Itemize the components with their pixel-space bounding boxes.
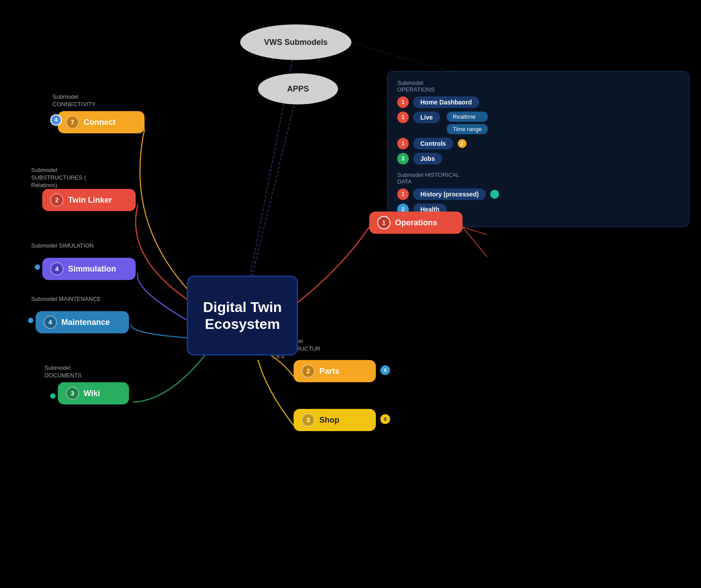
live-sub-items: Realtime Time range xyxy=(447,112,488,134)
jobs-item[interactable]: Jobs xyxy=(413,153,442,164)
controls-badge: 1 xyxy=(397,138,409,149)
controls-count: 2 xyxy=(458,139,467,148)
shop-count-badge: 8 xyxy=(380,414,390,424)
twin-linker-badge: 2 xyxy=(50,193,64,207)
home-dashboard-row: 1 Home Dashbaord xyxy=(397,96,679,108)
central-label: Digital TwinEcosystem xyxy=(203,299,282,333)
submodel-substructures-label: SubmodelSUBSTRUCTURES (Relations) xyxy=(31,167,86,189)
svg-line-6 xyxy=(463,227,487,235)
twin-linker-node[interactable]: 2 Twin Linker xyxy=(42,189,136,211)
connect-badge: 7 xyxy=(66,116,79,129)
wiki-dot xyxy=(50,393,56,399)
maintenance-node[interactable]: 4 Maintenance xyxy=(36,311,129,333)
controls-row: 1 Controls 2 xyxy=(397,138,679,149)
vws-submodels-ellipse: VWS Submodels xyxy=(240,24,351,60)
shop-label: Shop xyxy=(319,416,339,425)
connect-node[interactable]: 7 Connect xyxy=(58,111,145,133)
controls-item[interactable]: Controls xyxy=(413,138,453,149)
history-row: 1 History (processed) xyxy=(397,188,679,200)
history-dot xyxy=(490,190,499,199)
operations-badge: 1 xyxy=(377,216,391,229)
simulation-node[interactable]: 4 Simmulation xyxy=(42,258,136,280)
parts-node[interactable]: 2 Parts xyxy=(294,360,376,382)
apps-ellipse: APPS xyxy=(258,73,338,104)
operations-label: Operations xyxy=(395,218,437,228)
shop-badge: 3 xyxy=(302,413,315,427)
operations-node[interactable]: 1 Operations xyxy=(369,212,463,234)
jobs-row: 3 Jobs xyxy=(397,153,679,164)
central-node: Digital TwinEcosystem xyxy=(187,276,298,356)
wiki-node[interactable]: 3 Wiki xyxy=(58,382,129,404)
live-item[interactable]: Live xyxy=(413,112,440,123)
home-dashboard-item[interactable]: Home Dashbaord xyxy=(413,96,479,108)
submodel-maintenance-label: Submodel MAINTENANCE xyxy=(31,296,101,303)
wiki-badge: 3 xyxy=(66,387,79,400)
parts-count-badge: 6 xyxy=(380,365,390,375)
right-panel: SubmodelOPERATIONS 1 Home Dashbaord 1 Li… xyxy=(387,71,689,227)
jobs-badge: 3 xyxy=(397,153,409,164)
realtime-item[interactable]: Realtime xyxy=(447,112,488,122)
simulation-label: Simmulation xyxy=(68,264,116,274)
maintenance-badge: 4 xyxy=(44,316,57,329)
parts-label: Parts xyxy=(319,367,339,376)
connect-sub-badge: 4 xyxy=(50,114,62,126)
maintenance-label: Maintenance xyxy=(61,318,110,327)
submodel-simulation-label: Submodel SIMULATION xyxy=(31,242,94,250)
simulation-dot xyxy=(35,264,40,270)
live-badge: 1 xyxy=(397,112,409,123)
home-dashboard-badge: 1 xyxy=(397,96,409,108)
section-operations-title: SubmodelOPERATIONS xyxy=(397,80,679,93)
twin-linker-label: Twin Linker xyxy=(68,196,112,205)
live-row: 1 Live Realtime Time range xyxy=(397,112,679,134)
time-range-item[interactable]: Time range xyxy=(447,124,488,134)
wiki-label: Wiki xyxy=(84,389,100,398)
submodel-documents-label: SubmodelDOCUMENTS xyxy=(44,364,82,380)
svg-line-7 xyxy=(463,227,487,257)
history-item[interactable]: History (processed) xyxy=(413,188,486,200)
section-historical-title: Submodel HISTORICALDATA xyxy=(397,172,679,185)
maintenance-dot xyxy=(28,318,33,323)
shop-node[interactable]: 3 Shop xyxy=(294,409,376,431)
connect-label: Connect xyxy=(84,118,116,127)
simulation-badge: 4 xyxy=(50,262,64,276)
parts-badge: 2 xyxy=(302,364,315,378)
history-badge: 1 xyxy=(397,188,409,200)
submodel-connectivity-label: SubmodelCONNECTIVITY xyxy=(52,93,96,108)
